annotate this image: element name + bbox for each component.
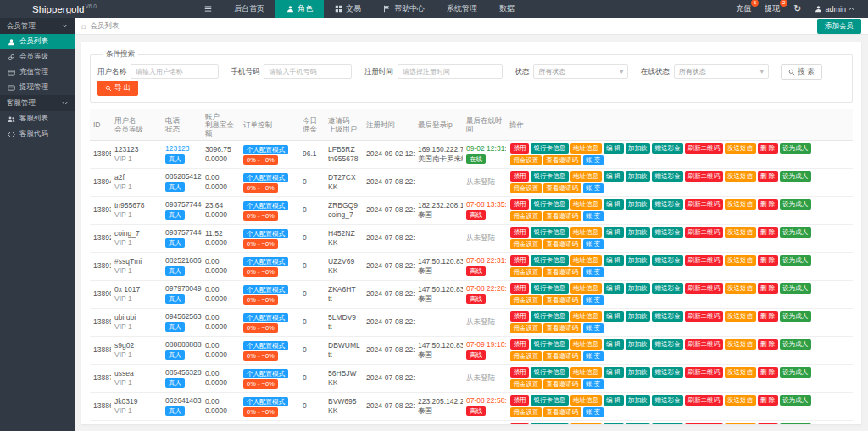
username-input[interactable] — [131, 64, 219, 79]
op-address-info-button[interactable]: 地址信息 — [570, 367, 602, 378]
op-address-info-button[interactable]: 地址信息 — [570, 311, 602, 322]
op-disable-button[interactable]: 禁用 — [510, 143, 529, 154]
op-send-sms-button[interactable]: 发送短信 — [725, 227, 756, 238]
op-delete-button[interactable]: 删 除 — [758, 199, 778, 210]
op-commission-settings-button[interactable]: 佣金设置 — [510, 323, 542, 333]
op-send-sms-button[interactable]: 发送短信 — [725, 283, 756, 294]
op-refresh-qrcode-button[interactable]: 刷新二维码 — [685, 367, 723, 378]
op-account-changes-button[interactable]: 账 变 — [583, 323, 604, 333]
sidebar-item-service-code[interactable]: 客服代码 — [0, 126, 75, 142]
op-adjust-balance-button[interactable]: 加扣款 — [626, 311, 651, 322]
op-send-sms-button[interactable]: 发送短信 — [725, 311, 756, 322]
op-gift-bonus-button[interactable]: 赠送彩金 — [652, 339, 683, 350]
withdraw-notice[interactable]: 提现 2 — [765, 3, 780, 14]
order-mode-badge[interactable]: 个人配置模式 — [243, 397, 288, 406]
op-adjust-balance-button[interactable]: 加扣款 — [626, 339, 651, 350]
op-commission-settings-button[interactable]: 佣金设置 — [510, 267, 542, 277]
op-adjust-balance-button[interactable]: 加扣款 — [626, 367, 651, 378]
op-delete-button[interactable]: 删 除 — [758, 367, 778, 378]
op-commission-settings-button[interactable]: 佣金设置 — [510, 239, 542, 249]
op-send-sms-button[interactable]: 发送短信 — [725, 143, 756, 154]
op-account-changes-button[interactable]: 账 变 — [583, 183, 604, 193]
op-disable-button[interactable]: 禁用 — [510, 255, 529, 266]
op-set-adult-button[interactable]: 设为成人 — [780, 395, 811, 406]
op-edit-button[interactable]: 编 辑 — [604, 199, 624, 210]
add-member-button[interactable]: 添加会员 — [817, 19, 861, 34]
op-delete-button[interactable]: 删 除 — [758, 143, 778, 154]
op-edit-button[interactable]: 编 辑 — [604, 367, 624, 378]
nav-trade[interactable]: 交易 — [324, 0, 372, 18]
op-view-invite-code-button[interactable]: 查看邀请码 — [543, 183, 581, 193]
op-edit-button[interactable]: 编 辑 — [604, 339, 624, 350]
op-delete-button[interactable]: 删 除 — [758, 255, 778, 266]
op-address-info-button[interactable]: 地址信息 — [570, 283, 602, 294]
op-send-sms-button[interactable]: 发送短信 — [725, 339, 756, 350]
op-address-info-button[interactable]: 地址信息 — [570, 227, 602, 238]
op-gift-bonus-button[interactable]: 赠送彩金 — [652, 367, 683, 378]
op-bank-card-info-button[interactable]: 银行卡信息 — [531, 311, 569, 322]
recharge-notice[interactable]: 充值 6 — [736, 3, 751, 14]
op-disable-button[interactable]: 禁用 — [510, 311, 529, 322]
op-account-changes-button[interactable]: 账 变 — [583, 379, 604, 389]
sidebar-item-service-list[interactable]: 客服列表 — [0, 111, 75, 126]
order-rate-badge[interactable]: 0% - ~0% — [243, 155, 278, 165]
op-view-invite-code-button[interactable]: 查看邀请码 — [543, 351, 581, 361]
op-view-invite-code-button[interactable]: 查看邀请码 — [543, 407, 581, 417]
op-adjust-balance-button[interactable]: 加扣款 — [626, 283, 651, 294]
sidebar-item-recharge-mgmt[interactable]: 充值管理 — [0, 64, 75, 80]
op-refresh-qrcode-button[interactable]: 刷新二维码 — [685, 311, 723, 322]
op-send-sms-button[interactable]: 发送短信 — [725, 199, 756, 210]
op-delete-button[interactable]: 删 除 — [758, 283, 778, 294]
op-send-sms-button[interactable]: 发送短信 — [725, 255, 756, 266]
op-gift-bonus-button[interactable]: 赠送彩金 — [652, 423, 683, 424]
op-gift-bonus-button[interactable]: 赠送彩金 — [652, 143, 683, 154]
nav-home[interactable]: 后台首页 — [223, 0, 275, 18]
order-mode-badge[interactable]: 个人配置模式 — [243, 145, 288, 154]
order-rate-badge[interactable]: 0% - ~0% — [243, 211, 278, 221]
op-view-invite-code-button[interactable]: 查看邀请码 — [543, 155, 581, 165]
op-address-info-button[interactable]: 地址信息 — [570, 255, 602, 266]
phone-number[interactable]: 123123 — [165, 144, 198, 154]
op-address-info-button[interactable]: 地址信息 — [570, 423, 602, 424]
op-send-sms-button[interactable]: 发送短信 — [725, 395, 756, 406]
op-set-adult-button[interactable]: 设为成人 — [780, 227, 811, 238]
nav-roles[interactable]: 角色 — [275, 0, 324, 18]
op-bank-card-info-button[interactable]: 银行卡信息 — [531, 227, 569, 238]
order-mode-badge[interactable]: 个人配置模式 — [243, 369, 288, 378]
group-member-mgmt[interactable]: 会员管理 — [0, 18, 75, 34]
op-bank-card-info-button[interactable]: 银行卡信息 — [531, 423, 569, 424]
op-set-adult-button[interactable]: 设为成人 — [780, 339, 811, 350]
op-address-info-button[interactable]: 地址信息 — [570, 143, 602, 154]
op-gift-bonus-button[interactable]: 赠送彩金 — [652, 199, 683, 210]
op-delete-button[interactable]: 删 除 — [758, 339, 778, 350]
op-bank-card-info-button[interactable]: 银行卡信息 — [531, 171, 569, 182]
op-commission-settings-button[interactable]: 佣金设置 — [510, 379, 542, 389]
op-refresh-qrcode-button[interactable]: 刷新二维码 — [685, 199, 723, 210]
order-rate-badge[interactable]: 0% - ~0% — [243, 379, 278, 389]
op-delete-button[interactable]: 删 除 — [758, 171, 778, 182]
op-bank-card-info-button[interactable]: 银行卡信息 — [531, 395, 569, 406]
op-refresh-qrcode-button[interactable]: 刷新二维码 — [685, 395, 723, 406]
op-disable-button[interactable]: 禁用 — [510, 227, 529, 238]
op-refresh-qrcode-button[interactable]: 刷新二维码 — [685, 143, 723, 154]
op-disable-button[interactable]: 禁用 — [510, 171, 529, 182]
op-set-adult-button[interactable]: 设为成人 — [780, 283, 811, 294]
op-edit-button[interactable]: 编 辑 — [604, 143, 624, 154]
op-account-changes-button[interactable]: 账 变 — [583, 351, 604, 361]
sidebar-item-withdraw-mgmt[interactable]: 提现管理 — [0, 80, 75, 95]
op-set-adult-button[interactable]: 设为成人 — [780, 423, 811, 424]
order-mode-badge[interactable]: 个人配置模式 — [243, 173, 288, 182]
sidebar-item-member-level[interactable]: 会员等级 — [0, 49, 75, 64]
op-bank-card-info-button[interactable]: 银行卡信息 — [531, 255, 569, 266]
op-edit-button[interactable]: 编 辑 — [604, 227, 624, 238]
op-account-changes-button[interactable]: 账 变 — [583, 407, 604, 417]
op-adjust-balance-button[interactable]: 加扣款 — [626, 395, 651, 406]
order-rate-badge[interactable]: 0% - ~0% — [243, 239, 278, 249]
op-set-adult-button[interactable]: 设为成人 — [780, 199, 811, 210]
op-view-invite-code-button[interactable]: 查看邀请码 — [543, 267, 581, 277]
op-bank-card-info-button[interactable]: 银行卡信息 — [531, 199, 569, 210]
op-account-changes-button[interactable]: 账 变 — [583, 155, 604, 165]
order-rate-badge[interactable]: 0% - ~0% — [243, 295, 278, 305]
order-rate-badge[interactable]: 0% - ~0% — [243, 267, 278, 277]
op-gift-bonus-button[interactable]: 赠送彩金 — [652, 283, 683, 294]
